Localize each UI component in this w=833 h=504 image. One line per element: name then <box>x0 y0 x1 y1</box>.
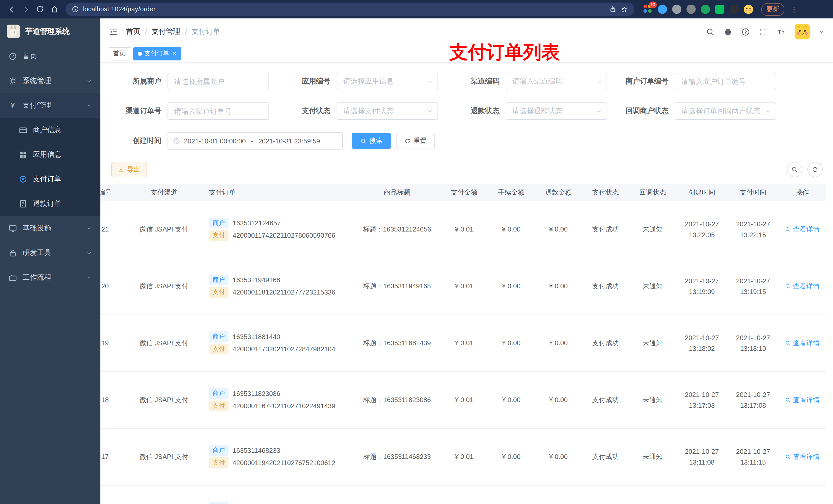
grid-icon <box>19 150 28 159</box>
table-body: 21 微信 JSAPI 支付 商户 1635312124657 支付 42000… <box>100 201 826 504</box>
pay-amount-cell: ¥ 0.01 <box>441 371 488 428</box>
credit-card-icon <box>19 126 28 134</box>
browser-update-button[interactable]: 更新 <box>761 3 784 16</box>
refresh-table-button[interactable] <box>807 162 823 177</box>
pay-status-select[interactable]: 请选择支付状态 <box>337 102 438 120</box>
dark-extension-icon[interactable] <box>730 5 739 14</box>
address-bar[interactable]: localhost:1024/pay/order <box>66 3 634 16</box>
wechat-devtools-icon[interactable] <box>715 5 724 14</box>
view-detail-link[interactable]: 查看详情 <box>785 282 820 291</box>
url-text: localhost:1024/pay/order <box>83 6 605 13</box>
tab-pay-order[interactable]: 支付订单 × <box>133 47 181 60</box>
product-title-cell: 标题：1635311823086 <box>354 371 441 428</box>
notify-status-cell: 未通知 <box>629 314 676 371</box>
pay-tag: 支付 <box>209 344 229 355</box>
site-info-icon[interactable] <box>72 6 79 13</box>
browser-home-icon[interactable] <box>48 3 61 15</box>
filter-label: 渠道订单号 <box>111 106 168 116</box>
merchant-tag: 商户 <box>209 445 229 456</box>
view-detail-link[interactable]: 查看详情 <box>785 224 820 234</box>
sidebar-item-workflow[interactable]: 工作流程 <box>0 265 100 290</box>
merchant-tag: 商户 <box>209 502 229 504</box>
help-icon[interactable]: ? <box>741 27 750 36</box>
sidebar-item-infra[interactable]: 基础设施 <box>0 216 100 241</box>
view-detail-link[interactable]: 查看详情 <box>785 338 820 347</box>
gray-extension-icon[interactable] <box>672 5 681 14</box>
refund-amount-cell: ¥ 0.00 <box>535 258 582 314</box>
reset-button[interactable]: 重置 <box>396 133 435 149</box>
gray-extension-icon-2[interactable] <box>687 5 696 14</box>
sidebar-item-pay-order[interactable]: 支付订单 <box>0 167 100 192</box>
browser-reload-icon[interactable] <box>34 3 46 15</box>
sidebar-item-refund-order[interactable]: 退款订单 <box>0 192 100 216</box>
orders-table: 编号 支付渠道 支付订单 商品标题 支付金额 手续金额 退款金额 支付状态 回调… <box>100 184 826 504</box>
pay-channel-cell: 微信 JSAPI 支付 <box>123 371 205 428</box>
github-icon[interactable] <box>723 27 733 37</box>
extension-icons: 10 <box>643 5 753 14</box>
action-cell: 查看详情 <box>779 428 826 485</box>
notify-status-select[interactable]: 请选择订单回调商户状态 <box>675 102 776 120</box>
pay-time-cell: 2021-10-27 13:11:15 <box>728 428 779 485</box>
sidebar-item-system[interactable]: 系统管理 <box>0 69 100 93</box>
search-button[interactable]: 搜索 <box>352 133 391 149</box>
active-tab-dot <box>138 51 142 55</box>
create-time-cell: 2021-10-27 13:18:02 <box>676 314 728 371</box>
header-search-icon[interactable] <box>706 27 715 36</box>
sidebar: 芋道管理系统 首页 系统管理 ¥ <box>0 19 100 504</box>
tab-close-icon[interactable]: × <box>173 50 176 57</box>
breadcrumb-pay-mgmt[interactable]: 支付管理 <box>152 27 180 37</box>
font-size-icon[interactable]: TT <box>776 27 786 36</box>
filter-label: 所属商户 <box>111 77 168 86</box>
blue-extension-icon[interactable] <box>658 5 667 14</box>
table-header-row: 编号 支付渠道 支付订单 商品标题 支付金额 手续金额 退款金额 支付状态 回调… <box>100 184 826 201</box>
sidebar-item-home[interactable]: 首页 <box>0 44 100 69</box>
menu-fold-icon[interactable] <box>109 27 118 37</box>
product-title-cell: 标题：1635311949168 <box>354 258 441 314</box>
bookmark-star-icon[interactable] <box>620 5 628 13</box>
profile-avatar-icon[interactable] <box>744 5 753 14</box>
tab-home[interactable]: 首页 <box>109 47 130 60</box>
view-detail-link[interactable]: 查看详情 <box>785 452 820 461</box>
browser-toolbar: localhost:1024/pay/order 10 更新 ⋮ <box>0 0 833 19</box>
pay-channel-cell: 微信 JSAPI 支付 <box>123 314 205 371</box>
user-avatar[interactable] <box>794 24 810 40</box>
caret-down-icon[interactable] <box>819 29 825 35</box>
pay-channel-cell: 微信 JSAPI 支付 <box>123 201 205 258</box>
order-id-cell <box>100 485 123 504</box>
share-icon[interactable] <box>609 6 616 13</box>
sidebar-item-merchant-info[interactable]: 商户信息 <box>0 118 100 142</box>
merchant-order-no-input[interactable] <box>675 73 776 90</box>
refund-status-select[interactable]: 请选择退款状态 <box>506 102 607 120</box>
order-id-cell: 21 <box>100 201 123 258</box>
fee-amount-cell: ¥ 0.00 <box>488 201 535 258</box>
browser-menu-icon[interactable]: ⋮ <box>790 5 798 13</box>
fee-amount-cell: ¥ 0.00 <box>488 258 535 314</box>
chevron-down-icon <box>427 78 433 85</box>
svg-text:¥: ¥ <box>11 102 15 110</box>
pay-order-cell: 商户 163531145796 支付 <box>205 485 354 504</box>
pay-order-cell: 商户 1635312124657 支付 42000011742021102780… <box>205 201 354 258</box>
export-button[interactable]: 导出 <box>111 162 147 177</box>
channel-order-no-input[interactable] <box>168 102 269 120</box>
sidebar-item-devtools[interactable]: 研发工具 <box>0 241 100 265</box>
browser-forward-icon[interactable] <box>20 3 32 15</box>
toggle-search-button[interactable] <box>787 162 802 177</box>
pay-status-cell: 支付成功 <box>582 201 629 258</box>
filter-label: 支付状态 <box>280 106 337 116</box>
chevron-down-icon <box>596 78 602 85</box>
green-extension-icon[interactable] <box>701 5 710 14</box>
notify-status-cell: 未通知 <box>629 371 676 428</box>
fullscreen-icon[interactable] <box>759 27 767 36</box>
channel-code-select[interactable]: 请输入渠道编码 <box>506 73 607 90</box>
sidebar-item-payment[interactable]: ¥ 支付管理 <box>0 93 100 118</box>
browser-back-icon[interactable] <box>5 3 18 15</box>
action-cell: 查看详情 <box>779 371 826 428</box>
sidebar-item-app-info[interactable]: 应用信息 <box>0 142 100 167</box>
view-detail-link[interactable]: 查看详情 <box>785 395 820 404</box>
table-row: 19 微信 JSAPI 支付 商户 1635311881440 支付 42000… <box>100 314 826 371</box>
app-id-select[interactable]: 请选择应用信息 <box>337 73 438 90</box>
merchant-filter-input[interactable] <box>168 73 269 90</box>
create-time-range-picker[interactable]: 2021-10-01 00:00:00 - 2021-10-31 23:59:5… <box>168 132 343 149</box>
breadcrumb-home[interactable]: 首页 <box>126 27 140 37</box>
extensions-grid-icon[interactable]: 10 <box>643 5 653 14</box>
